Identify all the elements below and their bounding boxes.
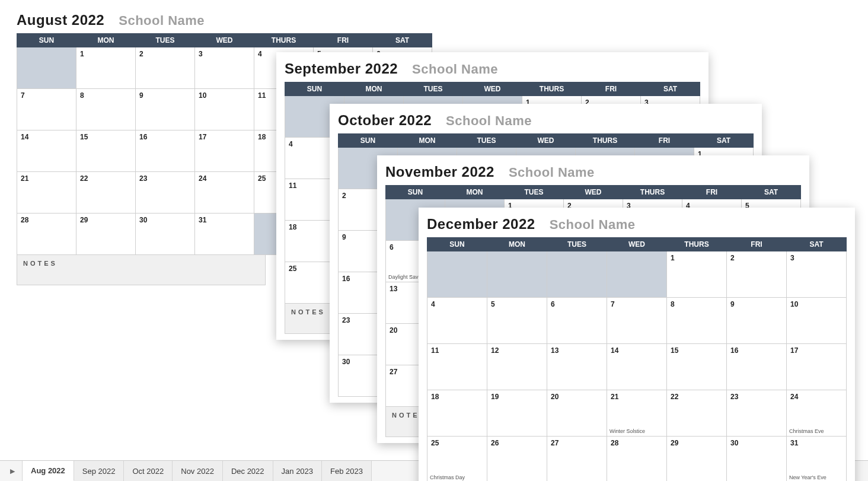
date-number: 3 [199, 50, 250, 58]
date-number: 3 [790, 254, 843, 262]
school-name-label: School Name [550, 217, 636, 232]
calendar-cell[interactable]: 30 [136, 214, 195, 255]
date-number: 24 [790, 393, 843, 401]
calendar-cell[interactable]: 2 [136, 47, 195, 89]
calendar-cell[interactable]: 17 [787, 344, 847, 390]
calendar-cell[interactable]: 15 [76, 130, 136, 172]
sheet-tab[interactable]: Jan 2023 [273, 461, 323, 481]
date-number: 13 [551, 346, 603, 355]
calendar-cell[interactable]: 25Christmas Day [427, 437, 487, 482]
day-header: TUES [547, 238, 607, 251]
calendar-cell[interactable]: 31 [195, 214, 254, 255]
calendar-cell[interactable]: 5 [487, 298, 547, 344]
calendar-cell[interactable]: 6 [547, 298, 607, 344]
notes-box[interactable]: NOTES [17, 255, 266, 285]
calendar-cell[interactable]: 9 [136, 89, 195, 130]
sheet-tab[interactable]: Dec 2022 [223, 461, 273, 481]
calendar-cell[interactable]: 18 [427, 390, 487, 437]
calendar-cell[interactable]: 12 [487, 344, 547, 390]
calendar-cell[interactable]: 8 [76, 89, 136, 130]
calendar-cell[interactable]: 26 [487, 437, 547, 482]
calendar-cell[interactable] [487, 251, 547, 298]
calendar-month-title: August 2022 [17, 12, 104, 28]
calendar-cell[interactable]: 28 [17, 214, 76, 255]
calendar-cell[interactable]: 14 [17, 130, 76, 172]
calendar-cell[interactable]: 22 [667, 390, 727, 437]
calendar-cell[interactable]: 30 [727, 437, 787, 482]
calendar-cell[interactable]: 20 [547, 390, 607, 437]
day-header: SUN [17, 34, 76, 47]
sheet-tab[interactable]: Nov 2022 [173, 461, 223, 481]
calendar-cell[interactable]: 22 [76, 172, 136, 214]
event-label: Christmas Day [430, 475, 484, 481]
calendar-cell[interactable]: 27 [547, 437, 607, 482]
tab-nav-play-icon[interactable]: ▶ [2, 461, 23, 481]
day-header: WED [564, 186, 623, 199]
calendar-cell[interactable]: 31New Year's Eve [787, 437, 847, 482]
date-number: 23 [730, 393, 783, 401]
calendar-cell[interactable] [547, 251, 607, 298]
calendar-cell[interactable]: 8 [667, 298, 727, 344]
date-number: 22 [80, 174, 132, 183]
date-number: 31 [199, 216, 250, 224]
calendar-cell[interactable]: 1 [76, 47, 136, 89]
calendar-cell[interactable]: 29 [667, 437, 727, 482]
calendar-cell[interactable]: 17 [195, 130, 254, 172]
calendar-cell[interactable]: 4 [427, 298, 487, 344]
calendar-cell[interactable]: 29 [76, 214, 136, 255]
school-name-label: School Name [446, 113, 532, 129]
calendar-cell[interactable]: 21Winter Solstice [607, 390, 667, 437]
date-number: 15 [80, 133, 132, 141]
calendar-cell[interactable]: 3 [195, 47, 254, 89]
date-number: 28 [611, 439, 663, 447]
day-header: TUES [457, 134, 516, 148]
day-header: WED [195, 34, 254, 47]
calendar-cell[interactable]: 7 [17, 89, 76, 130]
date-number: 22 [671, 393, 723, 401]
calendar-cell[interactable]: 2 [727, 251, 787, 298]
calendar-cell[interactable] [17, 47, 76, 89]
calendar-cell[interactable]: 13 [547, 344, 607, 390]
calendar-cell[interactable] [427, 251, 487, 298]
date-number: 25 [431, 439, 483, 447]
day-header: THURS [522, 82, 582, 96]
calendar-cell[interactable]: 16 [727, 344, 787, 390]
sheet-tab[interactable]: Oct 2022 [124, 461, 173, 481]
calendar-cell[interactable]: 11 [427, 344, 487, 390]
day-header: SUN [285, 82, 344, 96]
calendar-cell[interactable]: 7 [607, 298, 667, 344]
calendar-cell[interactable]: 3 [787, 251, 847, 298]
day-header: SUN [427, 238, 487, 251]
calendar-cell[interactable]: 24 [195, 172, 254, 214]
date-number: 20 [551, 393, 603, 401]
sheet-tab[interactable]: Aug 2022 [23, 461, 74, 481]
calendar-grid: SUNMONTUESWEDTHURSFRISAT1234567891011121… [427, 237, 847, 481]
calendar-cell[interactable]: 24Christmas Eve [787, 390, 847, 437]
calendar-cell[interactable]: 9 [727, 298, 787, 344]
day-header: WED [516, 134, 576, 148]
calendar-cell[interactable]: 23 [727, 390, 787, 437]
calendar-cell[interactable]: 16 [136, 130, 195, 172]
date-number: 1 [671, 254, 723, 262]
day-header: SAT [373, 34, 432, 47]
date-number: 23 [139, 174, 191, 183]
calendar-cell[interactable]: 10 [195, 89, 254, 130]
calendar-cell[interactable]: 28 [607, 437, 667, 482]
date-number: 28 [21, 216, 72, 224]
calendar-cell[interactable]: 21 [17, 172, 76, 214]
calendar-cell[interactable]: 1 [667, 251, 727, 298]
day-header: FRI [635, 134, 694, 148]
calendar-cell[interactable]: 19 [487, 390, 547, 437]
sheet-tab[interactable]: Sep 2022 [74, 461, 125, 481]
calendar-cell[interactable]: 14 [607, 344, 667, 390]
date-number: 31 [790, 439, 843, 447]
calendar-canvas: August 2022School NameSUNMONTUESWEDTHURS… [0, 0, 868, 460]
calendar-cell[interactable]: 15 [667, 344, 727, 390]
sheet-tab[interactable]: Feb 2023 [322, 461, 372, 481]
day-header: TUES [505, 186, 564, 199]
calendar-cell[interactable]: 10 [787, 298, 847, 344]
calendar-cell[interactable] [607, 251, 667, 298]
calendar-cell[interactable]: 23 [136, 172, 195, 214]
date-number: 14 [611, 346, 663, 355]
date-number: 5 [491, 300, 543, 308]
